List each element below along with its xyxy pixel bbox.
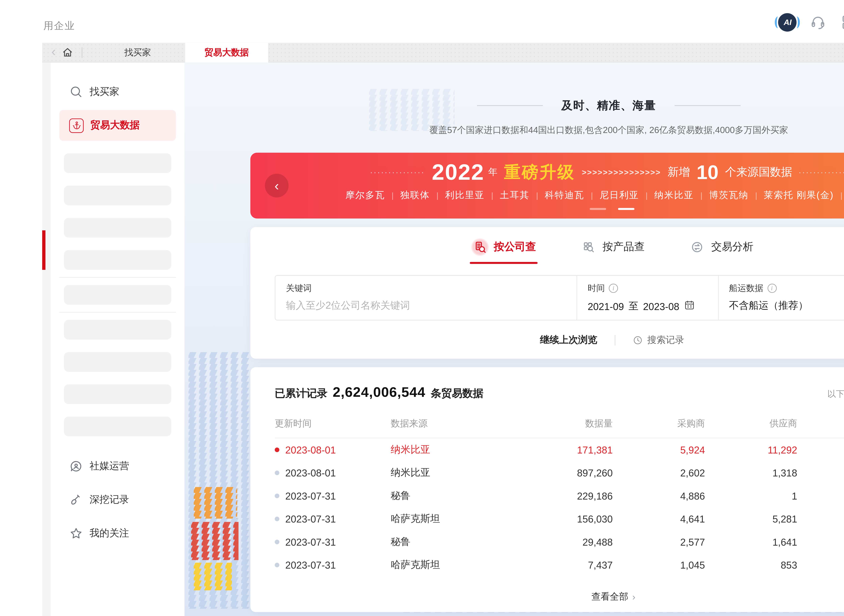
col-header-data-source: 数据来源 bbox=[391, 418, 494, 430]
divider bbox=[59, 312, 176, 312]
map-dots-decoration-yellow bbox=[194, 563, 232, 590]
sidebar-item-label: 找买家 bbox=[90, 85, 119, 98]
sidebar-item-find-buyers[interactable]: 找买家 bbox=[59, 79, 176, 104]
table-row[interactable]: 2023-08-01 纳米比亚 897,260 2,602 1,318 1,23… bbox=[275, 461, 844, 484]
sidebar-item-trade-big-data[interactable]: 贸易大数据 bbox=[59, 110, 176, 141]
shipping-field[interactable]: 船运数据 i 不含船运（推荐） ∨ bbox=[718, 276, 844, 320]
rail-red-indicator[interactable] bbox=[42, 230, 46, 270]
cell-buyers: 5,924 bbox=[613, 444, 705, 455]
divider bbox=[82, 47, 82, 57]
banner-page-dash[interactable] bbox=[590, 208, 606, 210]
sidebar-item-my-follows[interactable]: 我的关注 bbox=[59, 522, 176, 544]
separator: | bbox=[700, 191, 702, 200]
search-tab-by-product[interactable]: 按产品查 bbox=[580, 238, 644, 264]
search-panel: 按公司查 按产品查 交易分析 关键词 bbox=[250, 227, 844, 359]
sidebar-skeleton-item bbox=[64, 352, 171, 372]
continue-browsing-link[interactable]: 继续上次浏览 bbox=[540, 334, 597, 346]
col-header-categories: 类别数 bbox=[797, 418, 844, 430]
cell-suppliers: 1,641 bbox=[705, 536, 797, 547]
table-row[interactable]: 2023-07-31 哈萨克斯坦 7,437 1,045 853 969 bbox=[275, 554, 844, 576]
col-header-update-time: 更新时间 bbox=[275, 418, 391, 430]
analysis-icon bbox=[688, 238, 706, 256]
view-all-link[interactable]: 查看全部 › bbox=[275, 591, 844, 603]
search-tab-by-company[interactable]: 按公司查 bbox=[471, 238, 536, 264]
time-start-value[interactable]: 2021-09 bbox=[588, 301, 624, 312]
table-row[interactable]: 2023-07-31 哈萨克斯坦 156,030 4,641 5,281 3,7… bbox=[275, 507, 844, 531]
info-icon[interactable]: i bbox=[767, 284, 776, 293]
banner-pagination bbox=[250, 208, 844, 210]
sidebar-item-deep-dig-records[interactable]: 深挖记录 bbox=[59, 488, 176, 511]
tab-trade-big-data[interactable]: 贸易大数据 bbox=[185, 43, 268, 62]
apps-grid-icon[interactable] bbox=[840, 13, 844, 31]
records-title-row: 已累计记录 2,624,006,544 条贸易数据 以下只显示最近3个月的更新记… bbox=[275, 367, 844, 401]
company-search-icon bbox=[471, 238, 489, 256]
records-total: 已累计记录 2,624,006,544 条贸易数据 bbox=[275, 384, 483, 400]
cell-date: 2023-07-31 bbox=[285, 490, 336, 502]
banner-country: 莱索托 刚果(金) bbox=[764, 189, 834, 201]
search-history-label: 搜索记录 bbox=[647, 334, 684, 346]
table-row[interactable]: 2023-07-31 秘鲁 29,488 2,577 1,641 1,677 bbox=[275, 531, 844, 553]
separator: | bbox=[840, 191, 843, 200]
cell-date: 2023-08-01 bbox=[285, 467, 336, 478]
time-field[interactable]: 时间 i 2021-09 至 2023-08 bbox=[577, 276, 718, 320]
table-header-row: 更新时间 数据来源 数据量 采购商 供应商 类别数 bbox=[275, 418, 844, 438]
nav-back-icon[interactable]: ‹ bbox=[51, 44, 56, 59]
divider bbox=[614, 335, 615, 345]
decor-dots: ............... bbox=[370, 166, 425, 174]
keyword-field[interactable]: 关键词 bbox=[275, 276, 577, 320]
separator: | bbox=[436, 191, 439, 200]
cell-buyers: 4,641 bbox=[613, 513, 705, 525]
banner-country: 博茨瓦纳 bbox=[709, 189, 749, 201]
ai-assistant-icon[interactable]: AI bbox=[778, 13, 797, 31]
cell-suppliers: 11,292 bbox=[705, 444, 797, 455]
search-tab-trade-analysis[interactable]: 交易分析 bbox=[688, 238, 753, 264]
banner-added-count: 10 bbox=[696, 161, 718, 183]
decor-arrows: >>>>>>>>>>>>>>> bbox=[582, 167, 661, 177]
calendar-icon[interactable] bbox=[684, 299, 695, 312]
records-panel: 已累计记录 2,624,006,544 条贸易数据 以下只显示最近3个月的更新记… bbox=[250, 367, 844, 612]
hero-title-row: 及时、精准、海量 bbox=[185, 98, 844, 113]
cell-source: 纳米比亚 bbox=[391, 443, 494, 456]
table-row[interactable]: 2023-08-01 纳米比亚 171,381 5,924 11,292 3,8… bbox=[275, 438, 844, 461]
sidebar-skeleton-item bbox=[64, 218, 171, 238]
search-tab-label: 按产品查 bbox=[602, 240, 644, 254]
cell-volume: 156,030 bbox=[494, 513, 613, 525]
home-icon[interactable] bbox=[61, 46, 73, 59]
banner-headline: ............... 2022 年 重磅升级 >>>>>>>>>>>>… bbox=[250, 159, 844, 185]
cell-suppliers: 1,318 bbox=[705, 467, 797, 478]
row-bullet bbox=[275, 494, 279, 498]
cell-buyers: 1,045 bbox=[613, 559, 705, 571]
keyword-input[interactable] bbox=[286, 299, 563, 311]
headset-support-icon[interactable] bbox=[809, 13, 827, 31]
header-icon-group: AI 7 ? ∨ bbox=[778, 12, 844, 32]
cell-source: 哈萨克斯坦 bbox=[391, 513, 494, 525]
search-tab-label: 交易分析 bbox=[711, 240, 753, 254]
tab-find-buyers[interactable]: 找买家 bbox=[90, 43, 185, 62]
col-header-buyers: 采购商 bbox=[613, 418, 705, 430]
cell-volume: 229,186 bbox=[494, 490, 613, 502]
sidebar-skeleton-item bbox=[64, 417, 171, 436]
divider bbox=[59, 277, 176, 278]
tab-bar: ‹ 找买家 贸易大数据 › ⋮ bbox=[42, 43, 844, 62]
banner-year: 2022 bbox=[432, 159, 484, 185]
shipping-value[interactable]: 不含船运（推荐） bbox=[729, 299, 844, 312]
banner-country: 纳米比亚 bbox=[654, 189, 694, 201]
info-icon[interactable]: i bbox=[609, 284, 618, 293]
sidebar-skeleton-item bbox=[64, 320, 171, 340]
banner-country: 摩尔多瓦 bbox=[345, 189, 385, 201]
cell-source: 秘鲁 bbox=[391, 490, 494, 502]
banner-country-list: 摩尔多瓦| 独联体| 利比里亚| 土耳其| 科特迪瓦| 尼日利亚| 纳米比亚| … bbox=[250, 189, 844, 201]
promo-banner[interactable]: ‹ › ............... 2022 年 重磅升级 >>>>>>>>… bbox=[250, 153, 844, 219]
time-end-value[interactable]: 2023-08 bbox=[643, 301, 680, 312]
banner-page-dash-active[interactable] bbox=[618, 208, 634, 210]
cell-suppliers: 1 bbox=[705, 490, 797, 502]
banner-country: 科特迪瓦 bbox=[545, 189, 584, 201]
table-row[interactable]: 2023-07-31 秘鲁 229,186 4,886 1 3,671 bbox=[275, 484, 844, 507]
cell-categories: 969 bbox=[797, 559, 844, 571]
main-content: 及时、精准、海量 覆盖57个国家进口数据和44国出口数据,包含200个国家, 2… bbox=[185, 62, 844, 616]
sidebar-item-social-media[interactable]: 社媒运营 bbox=[59, 455, 176, 477]
cell-buyers: 2,577 bbox=[613, 536, 705, 547]
cell-volume: 171,381 bbox=[494, 444, 613, 455]
records-total-prefix: 已累计记录 bbox=[275, 387, 327, 401]
search-history-link[interactable]: 搜索记录 bbox=[632, 334, 684, 346]
